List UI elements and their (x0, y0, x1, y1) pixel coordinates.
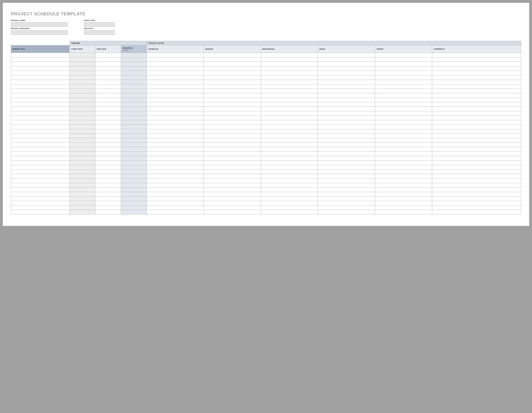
cell[interactable] (204, 129, 261, 134)
cell[interactable] (318, 183, 375, 187)
cell[interactable] (11, 107, 70, 111)
cell[interactable] (375, 75, 432, 80)
cell[interactable] (261, 187, 318, 192)
cell[interactable] (70, 129, 95, 134)
cell[interactable] (204, 187, 261, 192)
cell[interactable] (95, 201, 121, 206)
cell[interactable] (318, 134, 375, 138)
cell[interactable] (70, 179, 95, 183)
cell[interactable] (261, 192, 318, 197)
cell[interactable] (375, 206, 432, 210)
cell[interactable] (11, 66, 70, 71)
cell[interactable] (147, 183, 204, 187)
cell[interactable] (375, 66, 432, 71)
project-name-input[interactable] (11, 22, 67, 27)
cell[interactable] (318, 102, 375, 107)
cell[interactable] (432, 84, 521, 89)
cell[interactable] (318, 84, 375, 89)
cell[interactable] (432, 66, 521, 71)
cell[interactable] (147, 57, 204, 62)
cell[interactable] (70, 143, 95, 147)
cell[interactable] (432, 62, 521, 66)
cell[interactable] (318, 210, 375, 215)
cell[interactable] (95, 187, 121, 192)
cell[interactable] (318, 125, 375, 129)
cell[interactable] (11, 152, 70, 156)
cell[interactable] (204, 75, 261, 80)
cell[interactable] (204, 147, 261, 152)
cell[interactable] (95, 120, 121, 125)
cell[interactable] (70, 138, 95, 143)
cell[interactable] (95, 89, 121, 93)
cell[interactable] (95, 197, 121, 201)
cell[interactable] (147, 84, 204, 89)
cell[interactable] (121, 62, 147, 66)
end-date-input[interactable] (84, 30, 115, 35)
cell[interactable] (432, 152, 521, 156)
cell[interactable] (70, 111, 95, 116)
cell[interactable] (318, 53, 375, 57)
cell[interactable] (261, 53, 318, 57)
cell[interactable] (261, 93, 318, 98)
cell[interactable] (432, 143, 521, 147)
cell[interactable] (95, 125, 121, 129)
cell[interactable] (11, 129, 70, 134)
cell[interactable] (147, 187, 204, 192)
cell[interactable] (261, 174, 318, 179)
cell[interactable] (204, 192, 261, 197)
cell[interactable] (318, 143, 375, 147)
cell[interactable] (204, 93, 261, 98)
cell[interactable] (147, 75, 204, 80)
cell[interactable] (432, 161, 521, 165)
cell[interactable] (432, 89, 521, 93)
cell[interactable] (318, 161, 375, 165)
cell[interactable] (95, 170, 121, 174)
cell[interactable] (121, 138, 147, 143)
cell[interactable] (95, 206, 121, 210)
cell[interactable] (375, 152, 432, 156)
cell[interactable] (121, 80, 147, 84)
cell[interactable] (318, 93, 375, 98)
cell[interactable] (432, 80, 521, 84)
cell[interactable] (11, 147, 70, 152)
cell[interactable] (375, 183, 432, 187)
cell[interactable] (11, 165, 70, 170)
cell[interactable] (204, 89, 261, 93)
cell[interactable] (95, 80, 121, 84)
start-date-input[interactable] (84, 22, 115, 27)
cell[interactable] (70, 71, 95, 75)
cell[interactable] (375, 62, 432, 66)
project-manager-input[interactable] (11, 30, 67, 35)
cell[interactable] (11, 93, 70, 98)
cell[interactable] (11, 192, 70, 197)
cell[interactable] (121, 102, 147, 107)
cell[interactable] (261, 165, 318, 170)
cell[interactable] (375, 170, 432, 174)
cell[interactable] (70, 201, 95, 206)
cell[interactable] (375, 129, 432, 134)
cell[interactable] (147, 179, 204, 183)
cell[interactable] (147, 147, 204, 152)
cell[interactable] (204, 183, 261, 187)
cell[interactable] (121, 93, 147, 98)
cell[interactable] (70, 84, 95, 89)
cell[interactable] (432, 183, 521, 187)
cell[interactable] (318, 197, 375, 201)
cell[interactable] (121, 66, 147, 71)
cell[interactable] (318, 187, 375, 192)
cell[interactable] (261, 152, 318, 156)
cell[interactable] (318, 62, 375, 66)
cell[interactable] (95, 174, 121, 179)
cell[interactable] (11, 71, 70, 75)
cell[interactable] (432, 134, 521, 138)
cell[interactable] (95, 66, 121, 71)
cell[interactable] (121, 134, 147, 138)
cell[interactable] (375, 161, 432, 165)
cell[interactable] (261, 89, 318, 93)
cell[interactable] (11, 210, 70, 215)
cell[interactable] (375, 93, 432, 98)
cell[interactable] (11, 156, 70, 161)
cell[interactable] (261, 111, 318, 116)
cell[interactable] (375, 187, 432, 192)
cell[interactable] (70, 210, 95, 215)
